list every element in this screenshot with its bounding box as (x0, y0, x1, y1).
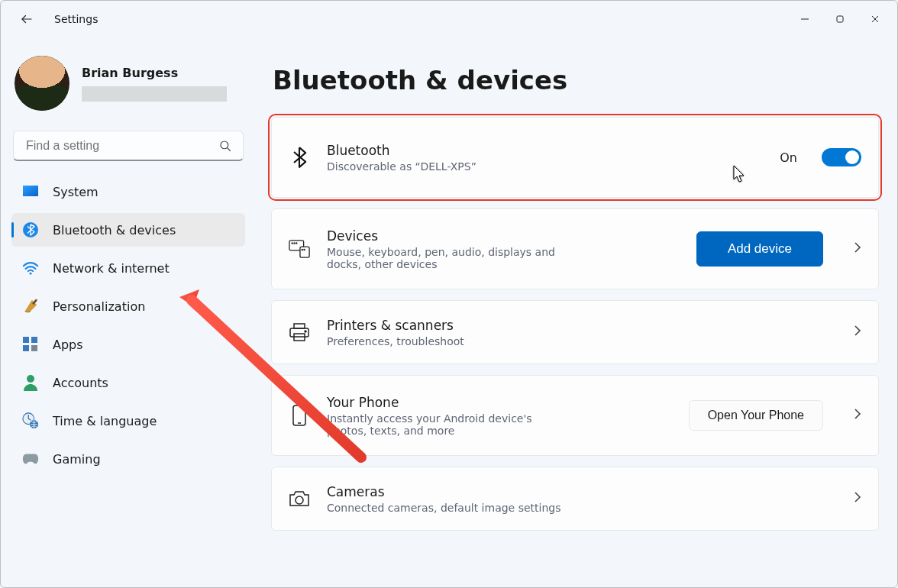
svg-point-21 (294, 243, 295, 244)
nav-item-personalization[interactable]: Personalization (11, 289, 245, 323)
svg-point-24 (302, 249, 302, 250)
svg-point-20 (292, 243, 292, 244)
devices-card[interactable]: Devices Mouse, keyboard, pen, audio, dis… (271, 208, 879, 289)
toggle-state-label: On (780, 150, 797, 165)
titlebar: Settings (1, 1, 897, 37)
nav-item-accounts[interactable]: Accounts (11, 366, 245, 399)
add-device-button[interactable]: Add device (696, 231, 823, 267)
card-sub: Connected cameras, default image setting… (327, 502, 571, 514)
avatar (15, 56, 69, 111)
page-title: Bluetooth & devices (273, 65, 879, 95)
svg-point-29 (305, 331, 306, 332)
camera-icon (289, 490, 310, 507)
svg-rect-2 (837, 16, 843, 22)
svg-rect-13 (31, 337, 37, 343)
profile-name: Brian Burgess (82, 66, 227, 80)
nav-item-apps[interactable]: Apps (11, 328, 245, 361)
nav-label: Gaming (53, 452, 101, 467)
profile-block[interactable]: Brian Burgess (8, 48, 248, 123)
card-title: Printers & scanners (327, 317, 823, 334)
devices-icon (289, 239, 310, 259)
close-button[interactable] (858, 7, 893, 31)
person-icon (22, 374, 39, 391)
card-title: Your Phone (327, 394, 672, 411)
clock-globe-icon (22, 412, 39, 429)
main-content: Bluetooth & devices Bluetooth Discoverab… (253, 37, 897, 587)
bluetooth-circle-icon (22, 221, 39, 238)
minimize-button[interactable] (787, 7, 822, 31)
sidebar: Brian Burgess System Bluetooth & devices… (1, 37, 253, 587)
paintbrush-icon (22, 298, 39, 315)
svg-point-25 (304, 249, 305, 250)
profile-email-redacted (82, 86, 227, 102)
wifi-icon (22, 260, 39, 276)
chevron-right-icon (854, 241, 861, 257)
nav-label: Personalization (53, 299, 145, 314)
chevron-right-icon (854, 491, 861, 506)
svg-rect-15 (31, 345, 37, 351)
card-sub: Instantly access your Android device's p… (327, 412, 571, 437)
nav-item-network[interactable]: Network & internet (11, 251, 245, 285)
bluetooth-toggle-card: Bluetooth Discoverable as “DELL-XPS” On (271, 117, 879, 198)
window-controls (787, 7, 893, 31)
cameras-card[interactable]: Cameras Connected cameras, default image… (271, 467, 879, 531)
svg-rect-8 (23, 186, 38, 196)
maximize-button[interactable] (822, 7, 858, 31)
svg-rect-26 (294, 324, 305, 328)
card-sub: Preferences, troubleshoot (327, 335, 571, 347)
nav-label: Time & language (53, 414, 157, 428)
gamepad-icon (22, 451, 39, 467)
nav-label: Apps (53, 338, 83, 352)
display-icon (22, 183, 39, 200)
nav-item-time-language[interactable]: Time & language (11, 404, 245, 438)
card-sub: Mouse, keyboard, pen, audio, displays an… (327, 246, 571, 270)
phone-icon (289, 405, 310, 426)
card-sub: Discoverable as “DELL-XPS” (327, 160, 571, 173)
svg-point-10 (30, 273, 32, 275)
nav-label: Accounts (53, 376, 108, 390)
svg-rect-12 (23, 337, 29, 343)
your-phone-card[interactable]: Your Phone Instantly access your Android… (271, 375, 879, 456)
nav-item-system[interactable]: System (11, 175, 245, 208)
nav-label: Bluetooth & devices (53, 223, 176, 237)
back-button[interactable] (13, 5, 40, 33)
svg-point-22 (296, 243, 297, 244)
nav-label: Network & internet (53, 261, 170, 276)
bluetooth-icon (289, 147, 310, 168)
search-icon (218, 139, 232, 153)
bluetooth-toggle[interactable] (822, 148, 861, 166)
card-title: Cameras (327, 483, 823, 500)
svg-rect-14 (23, 345, 29, 351)
printer-icon (289, 323, 310, 341)
chevron-right-icon (854, 408, 861, 423)
nav: System Bluetooth & devices Network & int… (8, 175, 248, 476)
svg-point-16 (27, 375, 34, 383)
apps-icon (22, 336, 39, 353)
printers-card[interactable]: Printers & scanners Preferences, trouble… (271, 300, 879, 364)
nav-item-gaming[interactable]: Gaming (11, 442, 245, 476)
back-arrow-icon (20, 12, 34, 26)
nav-label: System (53, 185, 99, 199)
card-title: Devices (327, 228, 680, 244)
search-input[interactable] (24, 138, 218, 153)
svg-rect-30 (293, 405, 305, 425)
svg-point-32 (296, 496, 303, 504)
open-your-phone-button[interactable]: Open Your Phone (689, 400, 823, 431)
svg-rect-23 (300, 247, 309, 257)
app-title: Settings (54, 13, 98, 25)
card-title: Bluetooth (327, 142, 763, 159)
search-box[interactable] (13, 131, 244, 161)
chevron-right-icon (854, 325, 861, 340)
svg-point-5 (221, 141, 228, 149)
svg-line-6 (227, 147, 230, 150)
nav-item-bluetooth[interactable]: Bluetooth & devices (11, 213, 245, 247)
